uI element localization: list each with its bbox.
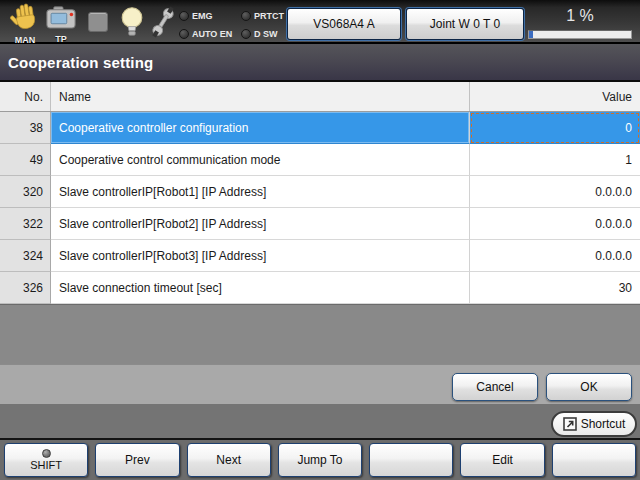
led-auto-en: AUTO EN [179,27,241,41]
column-header-value: Value [470,82,640,111]
robot-select-button[interactable]: VS068A4 A [287,8,401,40]
row-no: 322 [0,208,51,240]
prtct-led-icon [241,11,251,21]
teach-pendant-indicator[interactable]: TP [44,6,78,44]
top-toolbar: MAN TP [0,0,640,44]
shortcut-label: Shortcut [581,417,626,431]
row-no: 49 [0,144,51,176]
dialog-button-band: Cancel OK [0,364,640,404]
shortcut-arrow-icon [563,417,577,431]
row-name[interactable]: Cooperative control communication mode [51,144,470,176]
shortcut-band: Shortcut [0,404,640,438]
table-row[interactable]: 322 Slave controllerIP[Robot2] [IP Addre… [0,208,640,240]
blank-key-5[interactable] [369,443,453,477]
wrench-icon[interactable] [149,4,177,40]
teach-pendant-icon [45,6,77,34]
row-name[interactable]: Slave controllerIP[Robot3] [IP Address] [51,240,470,272]
d-sw-led-icon [241,29,251,39]
jump-to-key[interactable]: Jump To [278,443,362,477]
column-header-name: Name [51,82,470,111]
speed-progress-fill [529,31,533,38]
row-value[interactable]: 0.0.0.0 [470,208,640,240]
row-name[interactable]: Slave controllerIP[Robot1] [IP Address] [51,176,470,208]
row-name[interactable]: Cooperative controller configuration [51,112,470,144]
shortcut-button[interactable]: Shortcut [551,411,637,437]
teach-pendant-label: TP [55,34,67,44]
table-row[interactable]: 324 Slave controllerIP[Robot3] [IP Addre… [0,240,640,272]
shift-key[interactable]: SHIFT [4,443,88,477]
row-no: 324 [0,240,51,272]
window-title-bar: Cooperation setting [0,44,640,82]
row-no: 326 [0,272,51,304]
teach-pendant-screen: MAN TP [0,0,640,480]
hand-icon [10,3,40,35]
prev-key[interactable]: Prev [95,443,179,477]
edit-key-label: Edit [492,453,513,467]
led-emg: EMG [179,9,241,23]
row-no: 38 [0,112,51,144]
prev-key-label: Prev [125,453,150,467]
emg-led-icon [179,11,189,21]
coordinate-mode-button[interactable]: Joint W 0 T 0 [406,8,524,40]
manual-mode-indicator[interactable]: MAN [8,3,42,45]
parameter-table: No. Name Value 38 Cooperative controller… [0,82,640,304]
cancel-button[interactable]: Cancel [452,373,538,401]
speed-progress-bar [528,30,632,39]
ok-button[interactable]: OK [546,373,632,401]
shift-key-label: SHIFT [30,459,62,471]
table-row[interactable]: 49 Cooperative control communication mod… [0,144,640,176]
column-header-no: No. [0,82,51,111]
content-filler-area [0,304,640,364]
row-value[interactable]: 1 [470,144,640,176]
row-name[interactable]: Slave controllerIP[Robot2] [IP Address] [51,208,470,240]
row-value[interactable]: 0.0.0.0 [470,240,640,272]
row-value[interactable]: 0 [470,112,640,144]
shift-led-icon [42,449,51,458]
next-key[interactable]: Next [187,443,271,477]
page-title: Cooperation setting [8,54,153,71]
row-no: 320 [0,176,51,208]
lamp-icon[interactable] [119,5,145,39]
jump-to-key-label: Jump To [297,453,342,467]
row-value[interactable]: 30 [470,272,640,304]
auto-en-led-icon [179,29,189,39]
stop-square-icon[interactable] [88,12,108,32]
next-key-label: Next [216,453,241,467]
table-row[interactable]: 320 Slave controllerIP[Robot1] [IP Addre… [0,176,640,208]
table-header-row: No. Name Value [0,82,640,112]
status-led-panel: EMG PRTCT AUTO EN D SW [179,9,299,41]
row-value[interactable]: 0.0.0.0 [470,176,640,208]
blank-key-7[interactable] [552,443,636,477]
table-row[interactable]: 38 Cooperative controller configuration … [0,112,640,144]
table-row[interactable]: 326 Slave connection timeout [sec] 30 [0,272,640,304]
function-key-bar: SHIFT Prev Next Jump To Edit [0,440,640,480]
speed-percent-label: 1 % [528,7,632,25]
edit-key[interactable]: Edit [460,443,544,477]
row-name[interactable]: Slave connection timeout [sec] [51,272,470,304]
